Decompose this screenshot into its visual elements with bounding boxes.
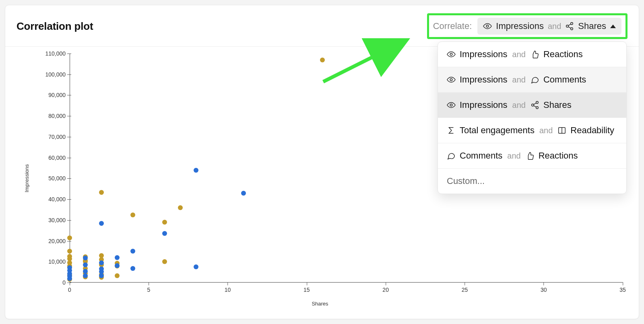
x-tick: 10: [225, 287, 231, 293]
svg-point-11: [532, 104, 534, 106]
svg-line-5: [568, 27, 571, 28]
data-point: [99, 221, 104, 226]
and-text: and: [539, 126, 553, 135]
comment-icon: [530, 75, 539, 84]
correlate-dropdown-trigger[interactable]: Impressions and Shares: [477, 18, 621, 35]
and-text: and: [512, 75, 526, 85]
x-tick: 0: [68, 287, 71, 293]
dropdown-option-comments-reactions[interactable]: Comments and Reactions: [438, 143, 626, 169]
eye-icon: [483, 22, 492, 31]
option-label-b: Reactions: [543, 49, 583, 60]
y-tick: 40,000: [48, 196, 66, 202]
thumbs-up-icon: [526, 151, 535, 160]
svg-point-1: [571, 23, 573, 25]
data-point: [99, 253, 104, 258]
data-point: [67, 260, 72, 265]
data-point: [130, 266, 135, 271]
data-point: [162, 259, 167, 264]
y-tick: 60,000: [48, 155, 66, 161]
option-label-b: Readability: [570, 125, 614, 136]
svg-point-0: [487, 25, 489, 27]
x-tick: 15: [303, 287, 310, 293]
y-tick: 100,000: [45, 71, 66, 78]
data-point: [83, 269, 88, 274]
and-text: and: [512, 50, 526, 59]
y-tick: 30,000: [48, 217, 66, 223]
and-text: and: [548, 22, 561, 31]
data-point: [320, 58, 325, 62]
svg-line-13: [534, 103, 536, 105]
svg-point-2: [566, 25, 569, 27]
readability-icon: [557, 126, 566, 135]
y-tick: 10,000: [48, 258, 66, 265]
eye-icon: [447, 75, 456, 84]
thumbs-up-icon: [530, 50, 539, 59]
y-axis: [70, 54, 70, 283]
svg-point-10: [536, 101, 539, 104]
dropdown-option-custom[interactable]: Custom...: [438, 169, 626, 194]
x-tick: 25: [462, 287, 468, 293]
x-tick: 30: [541, 287, 547, 293]
eye-icon: [447, 101, 456, 109]
y-tick: 80,000: [48, 113, 66, 119]
option-label-b: Comments: [543, 74, 586, 85]
selected-metric-a: Impressions: [496, 21, 544, 31]
svg-point-12: [536, 107, 539, 109]
selected-metric-b: Shares: [578, 21, 606, 31]
y-tick: 90,000: [48, 92, 66, 98]
page-title: Correlation plot: [17, 20, 93, 33]
dropdown-option-engagements-readability[interactable]: Total engagements and Readability: [438, 118, 626, 143]
comment-icon: [447, 151, 456, 160]
data-point: [99, 260, 104, 265]
option-label-a: Impressions: [460, 100, 508, 110]
data-point: [115, 263, 120, 268]
y-tick: 20,000: [48, 238, 66, 244]
share-icon: [565, 22, 574, 31]
y-tick: 110,000: [45, 50, 66, 57]
svg-point-9: [450, 104, 452, 106]
x-tick: 5: [147, 287, 150, 293]
data-point: [178, 205, 183, 210]
data-point: [130, 213, 135, 217]
dropdown-option-impressions-reactions[interactable]: Impressions and Reactions: [438, 42, 626, 67]
svg-line-14: [534, 105, 536, 107]
option-label-a: Total engagements: [460, 125, 535, 136]
dropdown-option-impressions-comments[interactable]: Impressions and Comments: [438, 67, 626, 93]
y-axis-label: Impressions: [24, 164, 30, 192]
svg-point-7: [450, 53, 452, 56]
option-label-a: Impressions: [460, 74, 508, 85]
data-point: [67, 235, 72, 240]
data-point: [67, 265, 72, 270]
correlation-card: Correlation plot Correlate: Impressions …: [5, 5, 639, 319]
svg-point-3: [571, 28, 573, 30]
data-point: [99, 273, 104, 278]
selector-label: Correlate:: [433, 21, 472, 31]
svg-point-8: [450, 78, 452, 81]
x-tick: 35: [619, 287, 626, 293]
y-tick: 0: [62, 279, 66, 286]
x-axis: [70, 282, 623, 283]
sigma-icon: [447, 126, 456, 135]
chevron-up-icon: [610, 25, 616, 28]
and-text: and: [507, 151, 520, 161]
correlate-selector-highlight: Correlate: Impressions and Shares: [427, 13, 627, 39]
data-point: [194, 264, 198, 269]
svg-line-4: [568, 24, 571, 26]
y-tick: 50,000: [48, 175, 66, 182]
and-text: and: [512, 101, 526, 110]
data-point: [115, 255, 120, 260]
data-point: [130, 249, 135, 254]
option-label-b: Reactions: [539, 151, 578, 161]
data-point: [115, 273, 120, 278]
x-tick: 20: [382, 287, 389, 293]
correlate-dropdown-menu: Impressions and Reactions Impressions an…: [438, 41, 627, 194]
data-point: [67, 249, 72, 254]
data-point: [99, 266, 104, 271]
data-point: [241, 191, 246, 196]
option-label-a: Impressions: [460, 49, 508, 60]
option-label-b: Shares: [543, 100, 572, 110]
dropdown-option-impressions-shares[interactable]: Impressions and Shares: [438, 93, 626, 118]
share-icon: [530, 101, 539, 109]
data-point: [162, 220, 167, 225]
eye-icon: [447, 50, 456, 59]
